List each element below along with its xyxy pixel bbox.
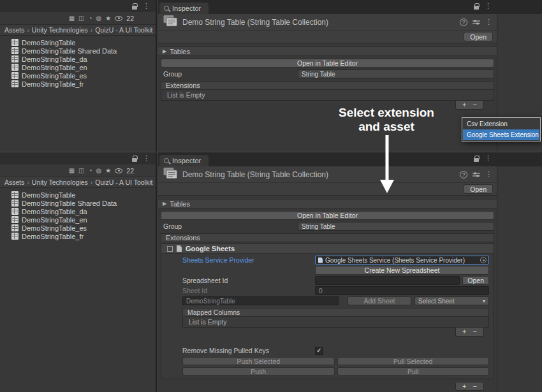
extension-title: Google Sheets <box>186 245 235 252</box>
list-item[interactable]: DemoStringTable_fr <box>0 80 156 88</box>
pull-selected-button[interactable]: Pull Selected <box>337 357 490 365</box>
string-table-collection-icon <box>163 167 178 182</box>
presets-icon[interactable] <box>472 19 480 25</box>
toolbar-icon[interactable]: ◍ <box>96 168 102 174</box>
lock-icon[interactable] <box>132 6 137 10</box>
list-item[interactable]: DemoStringTable <box>0 38 156 47</box>
list-item[interactable]: DemoStringTable Shared Data <box>0 47 156 55</box>
sheet-id-row: Sheet Id 0 <box>182 286 489 295</box>
string-table-icon <box>11 55 18 62</box>
remove-column-button[interactable]: − <box>473 328 477 335</box>
toolbar-icon[interactable]: ◫ <box>78 15 84 22</box>
spreadsheet-id-field[interactable] <box>315 276 460 285</box>
asset-label: DemoStringTable_es <box>22 224 87 232</box>
asset-label: DemoStringTable_es <box>22 72 87 80</box>
toolbar-icon[interactable]: ◫ <box>78 168 84 174</box>
extension-handle-icon[interactable] <box>167 246 173 252</box>
sheets-service-provider-label: Sheets Service Provider <box>182 256 315 264</box>
tables-foldout[interactable]: ▶ Tables <box>158 199 497 208</box>
tab-inspector[interactable]: Inspector <box>159 3 209 14</box>
toolbar-icon[interactable]: ▦ <box>69 15 75 22</box>
open-table-editor-button[interactable]: Open in Table Editor <box>161 59 494 68</box>
tab-inspector[interactable]: Inspector <box>159 155 209 166</box>
breadcrumb-quizu[interactable]: QuizU - A UI Toolkit <box>95 26 152 34</box>
menu-item-google-sheets-extension[interactable]: Google Sheets Extension <box>463 129 539 140</box>
toolbar-icon[interactable]: ◔ <box>89 15 92 22</box>
kebab-menu-icon[interactable]: ⋮ <box>485 171 492 178</box>
tables-foldout[interactable]: ▶ Tables <box>158 47 497 56</box>
pull-button[interactable]: Pull <box>337 367 490 375</box>
kebab-menu-icon[interactable]: ⋮ <box>143 155 150 162</box>
open-asset-button[interactable]: Open <box>464 32 493 41</box>
lock-icon[interactable] <box>132 158 137 162</box>
screenshot-bottom: ⋮ ▦ ◫ ◔ ◍ ★ 22 Assets › Unity Technologi… <box>0 152 542 392</box>
breadcrumb-unity-technologies[interactable]: Unity Technologies <box>32 26 88 34</box>
mapped-columns-footer: + − <box>182 328 489 337</box>
toolbar-icon[interactable]: ▦ <box>69 168 75 174</box>
kebab-menu-icon[interactable]: ⋮ <box>485 155 492 162</box>
breadcrumb-unity-technologies[interactable]: Unity Technologies <box>32 178 88 186</box>
help-icon[interactable]: ? <box>460 171 467 178</box>
group-field[interactable]: String Table <box>298 69 494 78</box>
open-asset-button[interactable]: Open <box>464 184 493 194</box>
kebab-menu-icon[interactable]: ⋮ <box>143 3 150 10</box>
list-item[interactable]: DemoStringTable_da <box>0 207 156 215</box>
eye-icon[interactable] <box>115 16 122 21</box>
editor-background <box>497 152 542 392</box>
star-icon[interactable]: ★ <box>105 15 111 22</box>
add-extension-button[interactable]: + <box>462 383 466 390</box>
push-button[interactable]: Push <box>182 367 335 375</box>
list-item[interactable]: DemoStringTable_en <box>0 63 156 71</box>
string-table-icon <box>11 208 18 215</box>
toolbar-icon[interactable]: ◔ <box>89 168 92 174</box>
breadcrumb-assets[interactable]: Assets <box>4 26 25 34</box>
open-table-editor-button[interactable]: Open in Table Editor <box>161 211 494 220</box>
extensions-list-footer: + − <box>161 382 494 391</box>
list-item[interactable]: DemoStringTable_fr <box>0 232 156 240</box>
list-item[interactable]: DemoStringTable_en <box>0 215 156 224</box>
breadcrumb-quizu[interactable]: QuizU - A UI Toolkit <box>95 178 152 186</box>
annotation-text: Select extension and asset <box>316 106 457 134</box>
open-spreadsheet-button[interactable]: Open <box>462 276 489 285</box>
remove-missing-checkbox[interactable]: ✓ <box>315 347 323 355</box>
extensions-list: List is Empty <box>161 90 494 101</box>
mapped-columns-list: List is Empty <box>182 317 489 328</box>
select-sheet-dropdown[interactable]: Select Sheet ▾ <box>414 296 489 305</box>
dropdown-arrow-icon: ▾ <box>483 298 485 304</box>
add-extension-button[interactable]: + <box>462 101 466 108</box>
sheets-service-provider-field[interactable]: Google Sheets Service (Sheets Service Pr… <box>315 256 489 265</box>
remove-extension-button[interactable]: − <box>473 383 477 390</box>
sheet-id-field[interactable]: 0 <box>315 286 489 295</box>
toolbar-icon[interactable]: ◍ <box>96 15 102 22</box>
help-icon[interactable]: ? <box>460 18 467 26</box>
tab-label: Inspector <box>172 157 201 164</box>
asset-file-icon <box>318 258 323 263</box>
menu-item-csv-extension[interactable]: Csv Extension <box>463 119 539 129</box>
kebab-menu-icon[interactable]: ⋮ <box>485 3 492 10</box>
add-sheet-button[interactable]: Add Sheet <box>348 296 411 305</box>
presets-icon[interactable] <box>472 171 480 178</box>
lock-icon[interactable] <box>474 6 479 10</box>
kebab-menu-icon[interactable]: ⋮ <box>485 18 492 25</box>
lock-icon[interactable] <box>474 158 479 162</box>
list-item[interactable]: DemoStringTable_es <box>0 224 156 232</box>
eye-icon[interactable] <box>115 168 122 173</box>
provider-row: Sheets Service Provider Google Sheets Se… <box>182 256 489 265</box>
unity-editor-screenshot: ⋮ ▦ ◫ ◔ ◍ ★ 22 Assets › Unity Technologi… <box>0 0 542 392</box>
extension-header[interactable]: Google Sheets <box>161 244 494 254</box>
star-icon[interactable]: ★ <box>105 168 111 174</box>
list-item[interactable]: DemoStringTable Shared Data <box>0 199 156 207</box>
create-new-spreadsheet-button[interactable]: Create New Spreadsheet <box>315 266 489 275</box>
remove-extension-button[interactable]: − <box>473 101 477 108</box>
push-selected-button[interactable]: Push Selected <box>182 357 335 365</box>
group-field[interactable]: String Table <box>298 222 494 231</box>
sheet-name-field[interactable]: DemoStringTable <box>182 296 339 305</box>
object-picker-icon[interactable] <box>480 257 487 263</box>
string-table-icon <box>11 233 18 240</box>
list-item[interactable]: DemoStringTable <box>0 191 156 199</box>
add-column-button[interactable]: + <box>462 328 466 335</box>
list-item[interactable]: DemoStringTable_da <box>0 55 156 63</box>
list-item[interactable]: DemoStringTable_es <box>0 71 156 80</box>
annotation-arrow-icon <box>376 135 399 199</box>
breadcrumb-assets[interactable]: Assets <box>4 178 25 186</box>
